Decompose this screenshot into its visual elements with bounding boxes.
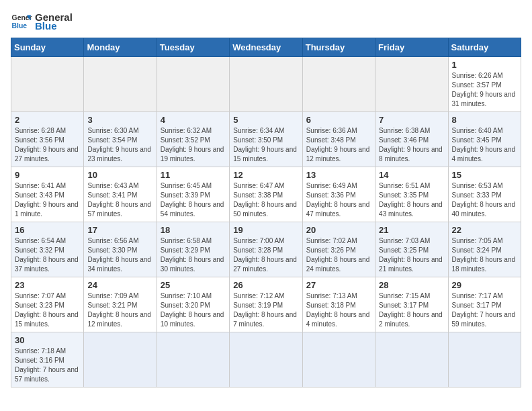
calendar-cell: 25Sunrise: 7:10 AM Sunset: 3:20 PM Dayli… — [157, 277, 229, 332]
day-info: Sunrise: 6:54 AM Sunset: 3:32 PM Dayligh… — [15, 236, 80, 274]
day-info: Sunrise: 6:36 AM Sunset: 3:48 PM Dayligh… — [306, 126, 371, 164]
calendar-cell — [375, 57, 448, 112]
calendar-cell: 24Sunrise: 7:09 AM Sunset: 3:21 PM Dayli… — [84, 277, 157, 332]
calendar-cell: 30Sunrise: 7:18 AM Sunset: 3:16 PM Dayli… — [11, 332, 84, 387]
day-info: Sunrise: 6:28 AM Sunset: 3:56 PM Dayligh… — [15, 126, 80, 164]
day-number: 6 — [306, 115, 371, 125]
day-number: 24 — [87, 280, 152, 290]
weekday-header-friday: Friday — [375, 38, 448, 57]
calendar-week-row: 23Sunrise: 7:07 AM Sunset: 3:23 PM Dayli… — [11, 277, 521, 332]
weekday-header-sunday: Sunday — [11, 38, 84, 57]
day-info: Sunrise: 7:13 AM Sunset: 3:18 PM Dayligh… — [306, 291, 371, 329]
day-number: 26 — [233, 280, 298, 290]
calendar-cell — [157, 332, 229, 387]
logo: General Blue General Blue — [11, 11, 73, 32]
day-info: Sunrise: 7:10 AM Sunset: 3:20 PM Dayligh… — [161, 291, 226, 329]
day-number: 22 — [452, 225, 517, 235]
calendar-week-row: 2Sunrise: 6:28 AM Sunset: 3:56 PM Daylig… — [11, 112, 521, 167]
calendar-cell: 1Sunrise: 6:26 AM Sunset: 3:57 PM Daylig… — [448, 57, 521, 112]
weekday-header-monday: Monday — [84, 38, 157, 57]
calendar-cell — [375, 332, 448, 387]
day-info: Sunrise: 7:18 AM Sunset: 3:16 PM Dayligh… — [15, 347, 80, 384]
calendar-cell — [157, 57, 229, 112]
day-number: 28 — [379, 280, 444, 290]
calendar-cell — [230, 57, 302, 112]
day-number: 15 — [452, 170, 517, 180]
calendar-cell — [11, 57, 84, 112]
calendar-cell: 29Sunrise: 7:17 AM Sunset: 3:17 PM Dayli… — [448, 277, 521, 332]
day-info: Sunrise: 7:02 AM Sunset: 3:26 PM Dayligh… — [306, 236, 371, 274]
day-number: 13 — [306, 170, 371, 180]
day-number: 2 — [15, 115, 80, 125]
day-number: 17 — [87, 225, 152, 235]
calendar-cell: 16Sunrise: 6:54 AM Sunset: 3:32 PM Dayli… — [11, 222, 84, 277]
calendar-cell: 26Sunrise: 7:12 AM Sunset: 3:19 PM Dayli… — [230, 277, 302, 332]
day-info: Sunrise: 6:58 AM Sunset: 3:29 PM Dayligh… — [161, 236, 226, 274]
calendar-cell: 21Sunrise: 7:03 AM Sunset: 3:25 PM Dayli… — [375, 222, 448, 277]
calendar-week-row: 30Sunrise: 7:18 AM Sunset: 3:16 PM Dayli… — [11, 332, 521, 387]
calendar-cell: 8Sunrise: 6:40 AM Sunset: 3:45 PM Daylig… — [448, 112, 521, 167]
weekday-header-wednesday: Wednesday — [230, 38, 302, 57]
day-number: 23 — [15, 280, 80, 290]
calendar-cell: 22Sunrise: 7:05 AM Sunset: 3:24 PM Dayli… — [448, 222, 521, 277]
calendar-cell: 28Sunrise: 7:15 AM Sunset: 3:17 PM Dayli… — [375, 277, 448, 332]
calendar-cell: 14Sunrise: 6:51 AM Sunset: 3:35 PM Dayli… — [375, 167, 448, 222]
day-number: 30 — [15, 335, 80, 345]
day-number: 19 — [233, 225, 298, 235]
calendar-header-row: SundayMondayTuesdayWednesdayThursdayFrid… — [11, 38, 521, 57]
calendar: SundayMondayTuesdayWednesdayThursdayFrid… — [11, 38, 521, 387]
day-number: 4 — [161, 115, 226, 125]
calendar-cell — [84, 332, 157, 387]
day-info: Sunrise: 6:41 AM Sunset: 3:43 PM Dayligh… — [15, 181, 80, 219]
day-info: Sunrise: 6:40 AM Sunset: 3:45 PM Dayligh… — [452, 126, 517, 164]
calendar-cell: 23Sunrise: 7:07 AM Sunset: 3:23 PM Dayli… — [11, 277, 84, 332]
calendar-cell: 6Sunrise: 6:36 AM Sunset: 3:48 PM Daylig… — [302, 112, 375, 167]
calendar-cell — [302, 57, 375, 112]
calendar-cell — [230, 332, 302, 387]
day-number: 7 — [379, 115, 444, 125]
calendar-week-row: 1Sunrise: 6:26 AM Sunset: 3:57 PM Daylig… — [11, 57, 521, 112]
day-info: Sunrise: 7:03 AM Sunset: 3:25 PM Dayligh… — [379, 236, 444, 274]
calendar-cell: 2Sunrise: 6:28 AM Sunset: 3:56 PM Daylig… — [11, 112, 84, 167]
day-info: Sunrise: 7:07 AM Sunset: 3:23 PM Dayligh… — [15, 291, 80, 329]
logo-icon: General Blue — [11, 11, 32, 32]
day-info: Sunrise: 6:43 AM Sunset: 3:41 PM Dayligh… — [87, 181, 152, 219]
day-info: Sunrise: 6:47 AM Sunset: 3:38 PM Dayligh… — [233, 181, 298, 219]
svg-text:Blue: Blue — [12, 22, 28, 30]
day-number: 27 — [306, 280, 371, 290]
calendar-cell: 17Sunrise: 6:56 AM Sunset: 3:30 PM Dayli… — [84, 222, 157, 277]
header: General Blue General Blue — [11, 11, 521, 32]
day-number: 20 — [306, 225, 371, 235]
weekday-header-saturday: Saturday — [448, 38, 521, 57]
calendar-cell: 3Sunrise: 6:30 AM Sunset: 3:54 PM Daylig… — [84, 112, 157, 167]
calendar-cell — [84, 57, 157, 112]
day-info: Sunrise: 7:15 AM Sunset: 3:17 PM Dayligh… — [379, 291, 444, 329]
weekday-header-tuesday: Tuesday — [157, 38, 229, 57]
day-info: Sunrise: 6:53 AM Sunset: 3:33 PM Dayligh… — [452, 181, 517, 219]
day-number: 9 — [15, 170, 80, 180]
day-info: Sunrise: 6:34 AM Sunset: 3:50 PM Dayligh… — [233, 126, 298, 164]
calendar-cell — [302, 332, 375, 387]
calendar-cell: 5Sunrise: 6:34 AM Sunset: 3:50 PM Daylig… — [230, 112, 302, 167]
calendar-cell: 4Sunrise: 6:32 AM Sunset: 3:52 PM Daylig… — [157, 112, 229, 167]
day-number: 16 — [15, 225, 80, 235]
day-number: 29 — [452, 280, 517, 290]
day-number: 1 — [452, 60, 517, 70]
calendar-cell — [448, 332, 521, 387]
day-info: Sunrise: 7:05 AM Sunset: 3:24 PM Dayligh… — [452, 236, 517, 274]
calendar-cell: 11Sunrise: 6:45 AM Sunset: 3:39 PM Dayli… — [157, 167, 229, 222]
day-info: Sunrise: 7:09 AM Sunset: 3:21 PM Dayligh… — [87, 291, 152, 329]
calendar-cell: 13Sunrise: 6:49 AM Sunset: 3:36 PM Dayli… — [302, 167, 375, 222]
day-info: Sunrise: 6:49 AM Sunset: 3:36 PM Dayligh… — [306, 181, 371, 219]
calendar-cell: 19Sunrise: 7:00 AM Sunset: 3:28 PM Dayli… — [230, 222, 302, 277]
day-info: Sunrise: 6:51 AM Sunset: 3:35 PM Dayligh… — [379, 181, 444, 219]
day-number: 10 — [87, 170, 152, 180]
weekday-header-thursday: Thursday — [302, 38, 375, 57]
day-info: Sunrise: 6:30 AM Sunset: 3:54 PM Dayligh… — [87, 126, 152, 164]
calendar-cell: 18Sunrise: 6:58 AM Sunset: 3:29 PM Dayli… — [157, 222, 229, 277]
day-info: Sunrise: 6:56 AM Sunset: 3:30 PM Dayligh… — [87, 236, 152, 274]
calendar-week-row: 9Sunrise: 6:41 AM Sunset: 3:43 PM Daylig… — [11, 167, 521, 222]
day-number: 3 — [87, 115, 152, 125]
day-info: Sunrise: 7:17 AM Sunset: 3:17 PM Dayligh… — [452, 291, 517, 329]
calendar-cell: 12Sunrise: 6:47 AM Sunset: 3:38 PM Dayli… — [230, 167, 302, 222]
